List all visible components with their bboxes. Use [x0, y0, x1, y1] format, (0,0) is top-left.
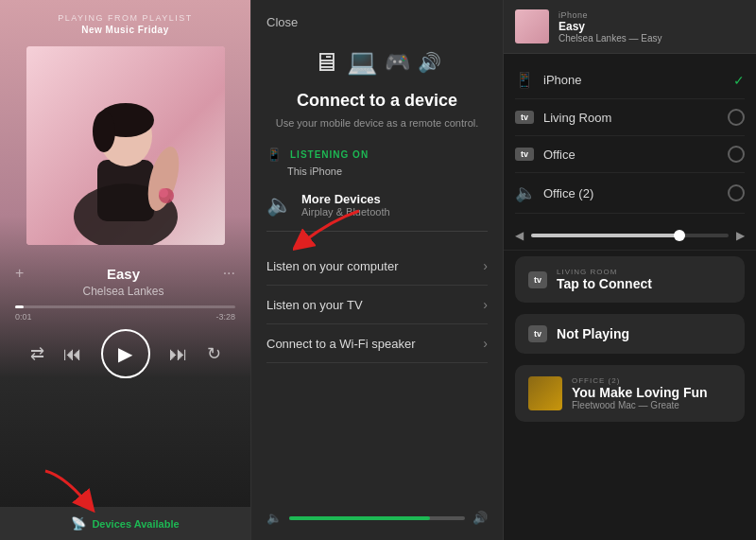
volume-bar-panel3[interactable] [531, 234, 729, 237]
time-total: -3:28 [215, 312, 235, 322]
tap-to-connect-label: Tap to Connect [557, 276, 731, 291]
song-title: Easy [43, 266, 203, 282]
not-playing-label: Not Playing [557, 326, 731, 341]
this-iphone-label: This iPhone [266, 165, 488, 177]
volume-bar-panel2[interactable] [289, 516, 465, 520]
svg-rect-3 [97, 160, 154, 221]
appletv-icon-card-lr: tv [528, 271, 547, 288]
not-playing-card[interactable]: tv Not Playing [515, 314, 745, 354]
progress-fill [15, 305, 24, 308]
chevron-right-icon: › [483, 258, 488, 273]
connect-device-panel: Close 🖥 💻 🎮 🔊 Connect to a device Use yo… [250, 0, 504, 540]
repeat-button[interactable]: ↻ [207, 343, 221, 364]
iphone-icon: 📱 [515, 71, 534, 89]
more-options-button[interactable]: ··· [223, 265, 235, 282]
np-song-title: Easy [558, 20, 745, 33]
office-label: Office [543, 148, 718, 162]
skip-back-button[interactable]: ⏮ [63, 343, 82, 365]
office2-card-info: OFFICE (2) You Make Loving Fun Fleetwood… [572, 376, 731, 410]
np-info: iPhone Easy Chelsea Lankes — Easy [558, 10, 745, 44]
speaker-icon-office2: 🔈 [515, 183, 534, 203]
appletv-icon-lr: tv [515, 111, 534, 124]
progress-area[interactable]: 0:01 -3:28 [0, 305, 250, 322]
add-to-library-button[interactable]: + [15, 265, 24, 282]
speaker-icon: 📡 [71, 516, 86, 531]
computer-icon: 🖥 [313, 46, 339, 78]
vol-high-icon-p3: ▶ [736, 229, 745, 242]
device-icons: 🖥 💻 🎮 🔊 [266, 46, 488, 78]
device-row-office[interactable]: tv Office [515, 136, 745, 173]
album-art [26, 46, 225, 245]
speaker-device-icon: 🔊 [418, 51, 441, 74]
play-pause-button[interactable]: ▶ [101, 329, 150, 378]
volume-fill-panel2 [289, 516, 430, 520]
now-playing-bar: iPhone Easy Chelsea Lankes — Easy [504, 0, 756, 54]
appletv-icon-card-np: tv [528, 325, 547, 342]
device-list-panel: iPhone Easy Chelsea Lankes — Easy 📱 iPho… [504, 0, 756, 540]
red-arrow-2 [293, 206, 369, 253]
listen-computer-label: Listen on your computer [266, 259, 398, 273]
gamepad-icon: 🎮 [385, 50, 410, 75]
iphone-label: iPhone [543, 73, 724, 87]
song-actions-bar: + Easy Chelsea Lankes ··· [0, 249, 250, 298]
song-artist: Chelsea Lankes [43, 285, 203, 298]
volume-row-panel3[interactable]: ◀ ▶ [504, 221, 756, 251]
connect-wifi-item[interactable]: Connect to a Wi-Fi speaker › [266, 324, 488, 363]
listening-on-label: 📱 LISTENING ON [266, 148, 488, 162]
select-circle-lr [728, 109, 745, 126]
time-current: 0:01 [15, 312, 32, 322]
office2-card[interactable]: OFFICE (2) You Make Loving Fun Fleetwood… [515, 365, 745, 422]
office2-card-label: OFFICE (2) [572, 376, 731, 385]
volume-thumb-panel3 [674, 230, 685, 241]
laptop-icon: 💻 [347, 47, 377, 77]
volume-control-panel2[interactable]: 🔈 🔊 [266, 499, 488, 525]
playing-from-label: PLAYING FROM PLAYLIST [58, 13, 193, 23]
listen-tv-item[interactable]: Listen on your TV › [266, 286, 488, 324]
not-playing-card-info: Not Playing [557, 326, 731, 341]
device-list: 📱 iPhone ✓ tv Living Room tv Office 🔈 Of… [504, 54, 756, 221]
select-circle-office2 [728, 184, 745, 201]
playlist-name: New Music Friday [81, 25, 168, 35]
office2-song-label: You Make Loving Fun [572, 385, 731, 400]
chevron-right-icon-3: › [483, 336, 488, 351]
close-button[interactable]: Close [266, 15, 488, 29]
np-device-label: iPhone [558, 10, 745, 20]
vol-low-icon-p3: ◀ [515, 229, 524, 242]
device-row-living-room[interactable]: tv Living Room [515, 99, 745, 136]
connect-subtitle: Use your mobile device as a remote contr… [266, 116, 488, 131]
device-row-iphone[interactable]: 📱 iPhone ✓ [515, 61, 745, 99]
living-room-card[interactable]: tv LIVING ROOM Tap to Connect [515, 256, 745, 303]
listening-on-section: 📱 LISTENING ON This iPhone [266, 148, 488, 177]
devices-available-label: Devices Available [92, 518, 179, 530]
appletv-icon-office: tv [515, 148, 534, 161]
volume-low-icon: 🔈 [266, 511, 282, 525]
svg-point-6 [93, 111, 115, 152]
more-devices-title: More Devices [301, 192, 390, 206]
svg-point-9 [159, 188, 168, 198]
volume-fill-panel3 [531, 234, 679, 237]
connect-wifi-label: Connect to a Wi-Fi speaker [266, 337, 416, 351]
listen-tv-label: Listen on your TV [266, 298, 363, 312]
office2-artist-label: Fleetwood Mac — Greate [572, 400, 731, 410]
progress-bar[interactable] [15, 305, 235, 308]
office2-label: Office (2) [543, 186, 718, 200]
office2-thumbnail [528, 376, 562, 410]
check-icon: ✓ [733, 73, 745, 88]
living-room-card-info: LIVING ROOM Tap to Connect [557, 268, 731, 291]
chevron-right-icon-2: › [483, 297, 488, 312]
skip-forward-button[interactable]: ⏭ [169, 343, 188, 365]
more-devices-icon: 🔈 [266, 193, 292, 218]
phone-small-icon: 📱 [266, 148, 283, 162]
song-info-center: Easy Chelsea Lankes [24, 266, 222, 298]
select-circle-office [728, 146, 745, 163]
connect-title: Connect to a device [266, 91, 488, 111]
shuffle-button[interactable]: ⇄ [30, 343, 44, 364]
devices-available-bar[interactable]: 📡 Devices Available [0, 507, 250, 540]
living-room-label: Living Room [543, 111, 718, 125]
device-row-office2[interactable]: 🔈 Office (2) [515, 173, 745, 214]
living-room-card-label: LIVING ROOM [557, 268, 731, 276]
now-playing-panel: PLAYING FROM PLAYLIST New Music Friday [0, 0, 250, 540]
playback-controls: ⇄ ⏮ ▶ ⏭ ↻ [0, 329, 250, 378]
np-thumbnail [515, 9, 549, 44]
progress-times: 0:01 -3:28 [15, 312, 235, 322]
